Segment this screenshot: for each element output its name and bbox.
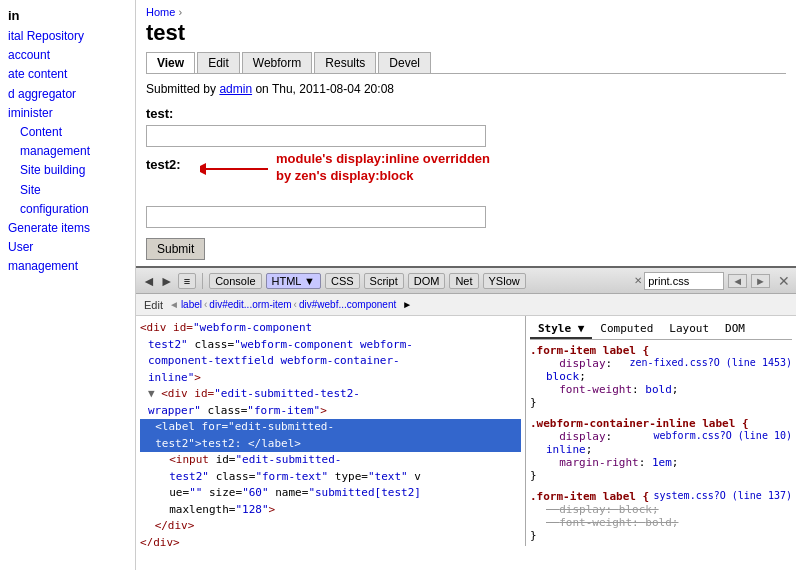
breadcrumb-div-webf[interactable]: div#webf...component xyxy=(299,299,396,310)
bc-sep-2: ‹ xyxy=(294,299,297,310)
sidebar-link-2[interactable]: ate content xyxy=(8,65,135,84)
css-brace-1: } xyxy=(530,396,792,409)
css-prop-3-2: font-weight: bold; xyxy=(530,516,792,529)
sidebar-link-7[interactable]: Site building xyxy=(20,161,135,180)
sidebar-link-10[interactable]: Generate items xyxy=(8,219,135,238)
tab-webform[interactable]: Webform xyxy=(242,52,312,73)
code-line-5: wrapper" class="form-item"> xyxy=(140,403,521,420)
forward-arrow[interactable]: ► xyxy=(160,273,174,289)
sidebar-link-6[interactable]: management xyxy=(20,142,135,161)
css-rule-2-header: .webform-container-inline label { webfor… xyxy=(530,417,792,430)
styles-panel: Style ▼ Computed Layout DOM .form-item l… xyxy=(526,316,796,546)
css-prop-2-2: margin-right: 1em; xyxy=(530,456,792,469)
style-tab-computed[interactable]: Computed xyxy=(592,320,661,339)
css-rule-3: .form-item label { system.css?O (line 13… xyxy=(530,490,792,542)
code-line-7[interactable]: test2">test2: </label> xyxy=(140,436,521,453)
breadcrumb-label[interactable]: label xyxy=(181,299,202,310)
console-tab[interactable]: Console xyxy=(209,273,261,289)
submitted-user[interactable]: admin xyxy=(219,82,252,96)
tabs: View Edit Webform Results Devel xyxy=(146,52,786,74)
form-field-1: test: xyxy=(146,106,786,147)
elements-breadcrumb-bar: Edit ◄ label ‹ div#edit...orm-item ‹ div… xyxy=(136,294,796,316)
css-source-3[interactable]: system.css?O (line 137) xyxy=(654,490,792,501)
submit-button[interactable]: Submit xyxy=(146,238,205,260)
tab-edit[interactable]: Edit xyxy=(197,52,240,73)
css-rule-1-header: .form-item label { zen-fixed.css?O (line… xyxy=(530,344,792,357)
submitted-info: Submitted by admin on Thu, 2011-08-04 20… xyxy=(146,82,786,96)
close-devtools-icon[interactable]: ✕ xyxy=(778,273,790,289)
code-line-8: <input id="edit-submitted- xyxy=(140,452,521,469)
style-tab-style[interactable]: Style ▼ xyxy=(530,320,592,339)
css-selector-2: .webform-container-inline label { xyxy=(530,417,749,430)
html-code-panel: <div id="webform-component test2" class=… xyxy=(136,316,526,546)
yslow-tab[interactable]: YSlow xyxy=(483,273,526,289)
form-label-2: test2: xyxy=(146,157,181,172)
breadcrumb-separator: › xyxy=(178,6,182,18)
css-brace-3: } xyxy=(530,529,792,542)
style-tab-layout[interactable]: Layout xyxy=(661,320,717,339)
tab-results[interactable]: Results xyxy=(314,52,376,73)
css-source-2[interactable]: webform.css?O (line 10) xyxy=(654,430,792,441)
css-prop-3-1: display: block; xyxy=(530,503,792,516)
search-next[interactable]: ► xyxy=(751,274,770,288)
devtools-panel: ◄ ► ≡ Console HTML ▼ CSS Script DOM Net … xyxy=(136,266,796,546)
code-line-2: component-textfield webform-container- xyxy=(140,353,521,370)
sidebar-link-3[interactable]: d aggregator xyxy=(8,85,135,104)
sidebar-link-11[interactable]: User xyxy=(8,238,135,257)
edit-label[interactable]: Edit xyxy=(140,299,167,311)
dom-tab[interactable]: DOM xyxy=(408,273,446,289)
devtools-toolbar: ◄ ► ≡ Console HTML ▼ CSS Script DOM Net … xyxy=(136,268,796,294)
form-field-2-container: test2: module's display:inline overridde… xyxy=(146,157,786,228)
html-tab[interactable]: HTML ▼ xyxy=(266,273,321,289)
css-tab[interactable]: CSS xyxy=(325,273,360,289)
code-line-11: maxlength="128"> xyxy=(140,502,521,519)
sidebar-link-4[interactable]: iminister xyxy=(8,104,135,123)
sidebar-link-5[interactable]: Content xyxy=(20,123,135,142)
form-label-1: test: xyxy=(146,106,786,121)
breadcrumb-div-orm[interactable]: div#edit...orm-item xyxy=(209,299,291,310)
code-line-13: </div> xyxy=(140,535,521,547)
style-tabs: Style ▼ Computed Layout DOM xyxy=(530,320,792,340)
css-source-1[interactable]: zen-fixed.css?O (line 1453) xyxy=(629,357,792,368)
toolbar-separator xyxy=(202,273,203,289)
bar-separator-1: ◄ xyxy=(169,299,179,310)
sidebar-link-9[interactable]: configuration xyxy=(20,200,135,219)
search-input[interactable] xyxy=(644,272,724,290)
css-rule-2: .webform-container-inline label { webfor… xyxy=(530,417,792,482)
code-line-9: test2" class="form-text" type="text" v xyxy=(140,469,521,486)
code-line-10: ue="" size="60" name="submitted[test2] xyxy=(140,485,521,502)
code-line-12: </div> xyxy=(140,518,521,535)
sidebar-link-0[interactable]: ital Repository xyxy=(8,27,135,46)
page-title: test xyxy=(146,20,786,46)
script-tab[interactable]: Script xyxy=(364,273,404,289)
code-line-3: inline"> xyxy=(140,370,521,387)
css-selector-1: .form-item label { xyxy=(530,344,649,357)
tab-devel[interactable]: Devel xyxy=(378,52,431,73)
style-tab-dom[interactable]: DOM xyxy=(717,320,753,339)
search-container: ✕ xyxy=(634,272,724,290)
sidebar: in ital Repository account ate content d… xyxy=(0,0,135,570)
x-clear-icon[interactable]: ✕ xyxy=(634,275,642,286)
tab-view[interactable]: View xyxy=(146,52,195,73)
sidebar-link-12[interactable]: management xyxy=(8,257,135,276)
css-rule-1: .form-item label { zen-fixed.css?O (line… xyxy=(530,344,792,409)
back-arrow[interactable]: ◄ xyxy=(142,273,156,289)
form-input-1[interactable] xyxy=(146,125,486,147)
search-prev[interactable]: ◄ xyxy=(728,274,747,288)
sidebar-title: in xyxy=(8,8,135,23)
form-input-2[interactable] xyxy=(146,206,486,228)
net-tab[interactable]: Net xyxy=(449,273,478,289)
annotation-text: module's display:inline overridden by ze… xyxy=(276,151,506,185)
breadcrumb-expand[interactable]: ► xyxy=(402,299,412,310)
sidebar-link-8[interactable]: Site xyxy=(20,181,135,200)
code-line-6[interactable]: <label for="edit-submitted- xyxy=(140,419,521,436)
sidebar-link-1[interactable]: account xyxy=(8,46,135,65)
red-arrow-icon xyxy=(200,159,270,179)
list-icon[interactable]: ≡ xyxy=(178,273,196,289)
css-rule-3-header: .form-item label { system.css?O (line 13… xyxy=(530,490,792,503)
breadcrumb-home[interactable]: Home xyxy=(146,6,175,18)
bc-sep-1: ‹ xyxy=(204,299,207,310)
code-line-4: ▼ <div id="edit-submitted-test2- xyxy=(140,386,521,403)
code-line-1: test2" class="webform-component webform- xyxy=(140,337,521,354)
css-brace-2: } xyxy=(530,469,792,482)
